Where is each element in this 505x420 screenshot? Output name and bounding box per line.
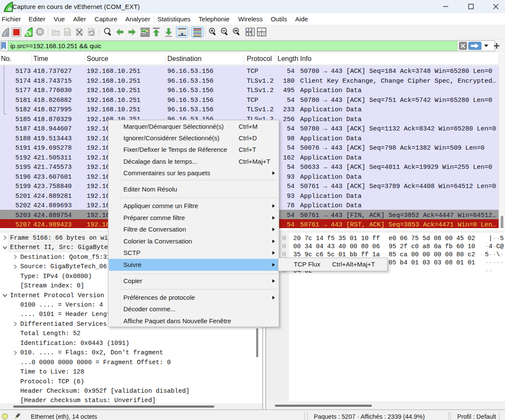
svg-text:3: 3 <box>263 32 265 36</box>
svg-text:2: 2 <box>259 32 261 36</box>
svg-text:1: 1 <box>261 28 263 32</box>
